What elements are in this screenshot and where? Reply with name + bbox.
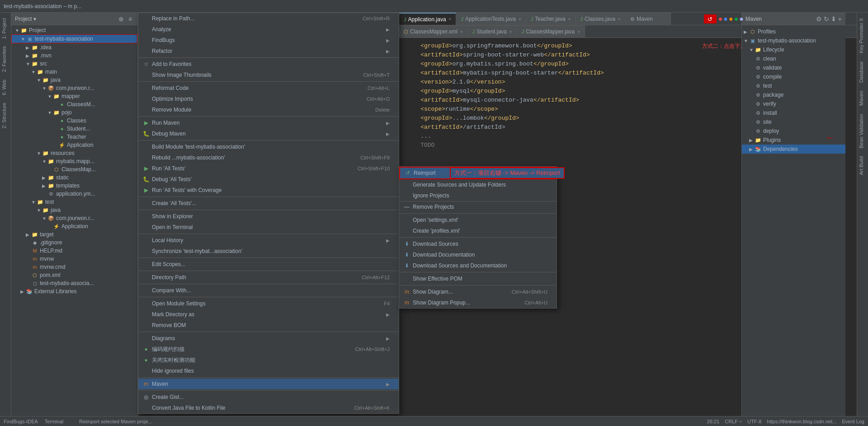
menu-item-compare[interactable]: Compare With... bbox=[138, 285, 399, 296]
maven-item-profiles[interactable]: ▶ ⬡ Profiles bbox=[742, 27, 845, 36]
tab-classesmapper-xml[interactable]: ⬡ ClassesMapper.xml × bbox=[399, 25, 468, 37]
menu-item-edit-scopes[interactable]: Edit Scopes... bbox=[138, 259, 399, 270]
menu-item-realtime[interactable]: ● 关闭实时检测功能 bbox=[138, 355, 399, 365]
menu-item-create-tests[interactable]: Create 'All Tests'... bbox=[138, 198, 399, 209]
menu-item-run-tests[interactable]: ▶ Run 'All Tests' Ctrl+Shift+F10 bbox=[138, 163, 399, 174]
tab-applicationtests[interactable]: J ApplicationTests.java × bbox=[456, 13, 526, 25]
maven-submenu-download-docs[interactable]: ⬇ Download Documentation bbox=[399, 249, 557, 260]
tree-item-test-mybatis-file[interactable]: ◻ test-mybatis-associa... bbox=[11, 279, 137, 287]
tree-item-classesm[interactable]: ● ClassesM... bbox=[11, 100, 137, 108]
maven-item-package[interactable]: ⚙ package bbox=[742, 90, 845, 99]
menu-item-hide-ignored[interactable]: Hide ignored files bbox=[138, 365, 399, 376]
findbugs-plugin[interactable]: FindBugs-IDEA bbox=[4, 419, 38, 424]
tab-close-classesmapper[interactable]: × bbox=[460, 29, 463, 34]
tab-close-app-tests[interactable]: × bbox=[519, 17, 521, 22]
tree-item-resources[interactable]: ▼ 📁 resources bbox=[11, 149, 137, 157]
maven-submenu-generate[interactable]: Generate Sources and Update Folders bbox=[399, 179, 557, 190]
maven-submenu-download-sources[interactable]: ⬇ Download Sources bbox=[399, 239, 557, 249]
maven-item-test[interactable]: ⚙ test bbox=[742, 81, 845, 90]
tree-item-application[interactable]: ⚡ Application bbox=[11, 141, 137, 149]
tab-classes-java[interactable]: J Classes.java × bbox=[576, 13, 626, 25]
right-tab-art-build[interactable]: Art Build bbox=[858, 153, 868, 179]
menu-item-code-scan[interactable]: ● 编码规约扫描 Ctrl+Alt+Shift+J bbox=[138, 344, 399, 355]
tab-teacher-java[interactable]: J Teacher.java × bbox=[526, 13, 576, 25]
maven-submenu-create-profiles[interactable]: Create 'profiles.xml' bbox=[399, 225, 557, 236]
tree-item-pom[interactable]: ⬡ pom.xml bbox=[11, 271, 137, 279]
maven-submenu-remove[interactable]: — Remove Projects bbox=[399, 201, 557, 212]
right-tab-database[interactable]: Database bbox=[858, 58, 868, 86]
maven-submenu-show-diagram-popup[interactable]: m Show Diagram Popup... Ctrl+Alt+U bbox=[399, 297, 557, 308]
menu-item-maven[interactable]: m Maven ▶ bbox=[138, 379, 399, 389]
menu-item-add-favorites[interactable]: ☆ Add to Favorites bbox=[138, 59, 399, 70]
left-tab-project[interactable]: 1: Project bbox=[0, 14, 10, 42]
maven-add-icon[interactable]: + bbox=[838, 15, 842, 23]
maven-download-icon[interactable]: ⬇ bbox=[831, 15, 836, 23]
tree-item-classes[interactable]: ● Classes bbox=[11, 117, 137, 125]
maven-item-compile[interactable]: ⚙ compile bbox=[742, 72, 845, 81]
menu-item-remove-bom[interactable]: Remove BOM bbox=[138, 320, 399, 331]
tree-item-test-package[interactable]: ▼ 📦 com.jourwon.r... bbox=[11, 214, 137, 222]
maven-item-validate[interactable]: ⚙ validate bbox=[742, 63, 845, 72]
tree-item-mvnw-cmd[interactable]: m mvnw.cmd bbox=[11, 263, 137, 271]
menu-item-diagrams[interactable]: Diagrams ▶ bbox=[138, 333, 399, 344]
menu-item-findbugs[interactable]: FindBugs ▶ bbox=[138, 35, 399, 46]
maven-submenu-effective-pom[interactable]: Show Effective POM bbox=[399, 273, 557, 284]
tree-item-mybatis-mapp[interactable]: ▼ 📁 mybatis.mapp... bbox=[11, 157, 137, 165]
maven-submenu-open-settings[interactable]: Open 'settings.xml' bbox=[399, 215, 557, 225]
maven-item-verify[interactable]: ⚙ verify bbox=[742, 99, 845, 108]
tab-student-java[interactable]: J Student.java × bbox=[468, 25, 517, 37]
tab-close-classesmapper-java[interactable]: × bbox=[577, 29, 580, 34]
tree-item-main[interactable]: ▼ 📁 main bbox=[11, 68, 137, 76]
tab-application-java[interactable]: J Application.java × bbox=[399, 13, 456, 25]
tree-item-idea[interactable]: ▶ 📁 .idea bbox=[11, 43, 137, 51]
maven-item-site[interactable]: ⚙ site bbox=[742, 117, 845, 126]
tree-item-src[interactable]: ▼ 📁 src bbox=[11, 60, 137, 68]
tree-item-mvn[interactable]: ▶ 📁 .mvn bbox=[11, 51, 137, 60]
sidebar-add-icon[interactable]: ⊕ bbox=[118, 15, 125, 23]
menu-item-local-history[interactable]: Local History ▶ bbox=[138, 235, 399, 246]
tab-close-classes[interactable]: × bbox=[618, 17, 621, 22]
menu-item-analyze[interactable]: Analyze ▶ bbox=[138, 24, 399, 35]
tab-classesmapper-java[interactable]: J ClassesMapper.java × bbox=[517, 25, 585, 37]
tree-item-java[interactable]: ▼ 📁 java bbox=[11, 76, 137, 84]
left-tab-favorites[interactable]: 2: Favorites bbox=[0, 42, 10, 75]
tree-item-app-yml[interactable]: ⚙ application.ym... bbox=[11, 190, 137, 198]
tree-item-mapper[interactable]: ▼ 📁 mapper bbox=[11, 92, 137, 100]
right-tab-maven[interactable]: Maven bbox=[858, 87, 868, 109]
tree-item-project[interactable]: ▼ 📁 Project bbox=[11, 26, 137, 34]
maven-settings-icon[interactable]: ⚙ bbox=[816, 15, 822, 23]
menu-item-dir-path[interactable]: Directory Path Ctrl+Alt+F12 bbox=[138, 272, 399, 283]
event-log[interactable]: Event Log bbox=[842, 419, 864, 424]
menu-item-run-coverage[interactable]: ▶ Run 'All Tests' with Coverage bbox=[138, 185, 399, 196]
tree-item-gitignore[interactable]: ◆ .gitignore bbox=[11, 239, 137, 247]
menu-item-run-maven[interactable]: ▶ Run Maven ▶ bbox=[138, 117, 399, 128]
maven-submenu-show-diagram[interactable]: m Show Diagram... Ctrl+Alt+Shift+U bbox=[399, 286, 557, 297]
tree-item-classesmap-xml[interactable]: ⬡ ClassesMap... bbox=[11, 165, 137, 173]
maven-item-root[interactable]: ▼ ▣ test-mybatis-association bbox=[742, 36, 845, 45]
tree-item-test-mybatis[interactable]: ▼ ▣ test-mybatis-association bbox=[11, 34, 137, 43]
menu-item-mark-dir[interactable]: Mark Directory as ▶ bbox=[138, 309, 399, 320]
tab-maven[interactable]: ⚙ Maven bbox=[626, 13, 671, 25]
menu-item-show-explorer[interactable]: Show in Explorer bbox=[138, 211, 399, 222]
menu-item-remove-module[interactable]: Remove Module Delete bbox=[138, 104, 399, 115]
menu-item-build-module[interactable]: Build Module 'test-mybatis-association' bbox=[138, 141, 399, 152]
menu-item-create-gist[interactable]: ◎ Create Gist... bbox=[138, 392, 399, 403]
tree-item-app-test[interactable]: ⚡ Application bbox=[11, 222, 137, 230]
tree-item-static[interactable]: ▶ 📁 static bbox=[11, 173, 137, 182]
menu-item-show-image[interactable]: Show Image Thumbnails Ctrl+Shift+T bbox=[138, 70, 399, 80]
maven-submenu-download-both[interactable]: ⬇ Download Sources and Documentation bbox=[399, 260, 557, 271]
menu-item-convert-java[interactable]: Convert Java File to Kotlin File Ctrl+Al… bbox=[138, 403, 399, 413]
tree-item-target[interactable]: ▶ 📁 target bbox=[11, 230, 137, 239]
right-tab-bean-validation[interactable]: Bean Validation bbox=[858, 110, 868, 152]
menu-item-rebuild[interactable]: Rebuild ...mybatis-association' Ctrl+Shi… bbox=[138, 152, 399, 163]
tree-item-help[interactable]: M HELP.md bbox=[11, 247, 137, 255]
menu-item-debug-tests[interactable]: 🐛 Debug 'All Tests' bbox=[138, 174, 399, 185]
tab-close-teacher[interactable]: × bbox=[568, 17, 571, 22]
maven-submenu-ignore[interactable]: Ignore Projects bbox=[399, 190, 557, 201]
tab-close-app-java[interactable]: × bbox=[449, 17, 452, 22]
tree-item-ext-libs[interactable]: ▶ 📚 External Libraries bbox=[11, 287, 137, 295]
line-ending[interactable]: CRLF ÷ bbox=[725, 419, 742, 424]
menu-item-synchronize[interactable]: Synchronize 'test-mybat...association' bbox=[138, 246, 399, 257]
tree-item-teacher[interactable]: ● Teacher bbox=[11, 133, 137, 141]
terminal-plugin[interactable]: Terminal bbox=[45, 419, 64, 424]
